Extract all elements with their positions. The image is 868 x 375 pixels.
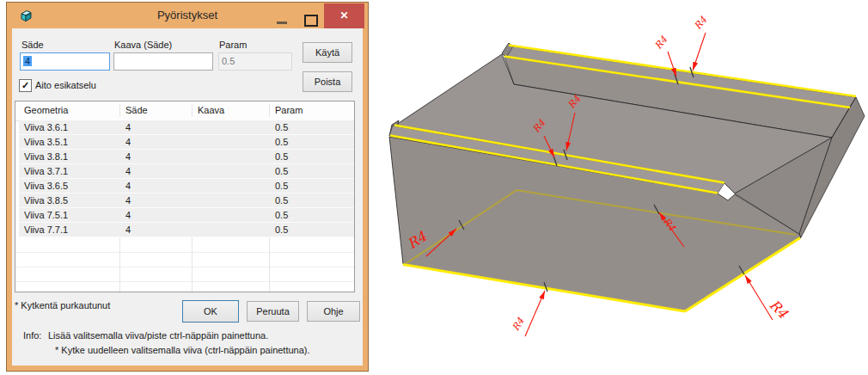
fillet-tool-icon [19, 9, 34, 23]
maximize-button[interactable] [304, 15, 318, 27]
radius-label[interactable]: R4 [692, 14, 709, 32]
preview-checkbox-label: Aito esikatselu [35, 80, 96, 90]
table-row[interactable]: Viiva 3.8.540.5 [19, 194, 354, 208]
table-row[interactable]: Viiva 3.5.140.5 [19, 135, 354, 150]
fillets-dialog: Pyöristykset ✕ Säde Kaava (Säde) Param 4… [7, 3, 368, 371]
radius-leader-line [693, 33, 706, 71]
table-row[interactable]: Viiva 3.7.140.5 [19, 164, 354, 179]
sade-input[interactable]: 4 [20, 52, 110, 71]
table-row[interactable]: Viiva 3.6.140.5 [19, 120, 354, 135]
table-row[interactable]: Viiva 7.7.140.5 [19, 223, 354, 237]
titlebar[interactable]: Pyöristykset ✕ [7, 3, 368, 28]
col-geometria[interactable]: Geometria [24, 105, 68, 115]
radius-label[interactable]: R4 [766, 297, 792, 323]
info-line1: Lisää valitsemalla viiva/piste ctrl-näpp… [48, 330, 268, 341]
sade-value: 4 [23, 56, 32, 66]
table-row[interactable]: Viiva 3.8.140.5 [19, 150, 354, 164]
sade-label: Säde [21, 40, 44, 50]
help-button[interactable]: Ohje [307, 301, 360, 322]
col-sade[interactable]: Säde [125, 105, 148, 115]
preview-checkbox[interactable]: ✓ [19, 79, 32, 92]
remove-button[interactable]: Poista [303, 71, 352, 92]
close-button[interactable]: ✕ [324, 3, 364, 28]
col-kaava[interactable]: Kaava [198, 105, 224, 115]
radius-leader-line [745, 275, 773, 320]
info-label: Info: [23, 330, 41, 341]
cad-3d-viewport[interactable]: R4R4R4R4R4R4R4R4 [378, 0, 868, 375]
ok-button[interactable]: OK [182, 300, 239, 323]
radius-label[interactable]: R4 [510, 315, 527, 333]
info-line2: * Kytke uudelleen valitsemalla viiva (ct… [55, 345, 310, 355]
fillet-list-table[interactable]: Geometria Säde Kaava Param Viiva 3.6.140… [15, 101, 355, 292]
kaava-label: Kaava (Säde) [114, 40, 172, 50]
radius-leader-line [525, 291, 545, 336]
col-param[interactable]: Param [275, 105, 303, 115]
param-label: Param [219, 40, 247, 50]
param-input: 0.5 [218, 52, 292, 71]
table-header[interactable]: Geometria Säde Kaava Param [15, 101, 354, 121]
apply-button[interactable]: Käytä [303, 42, 352, 63]
table-row[interactable]: Viiva 3.6.540.5 [19, 179, 354, 194]
minimize-button[interactable] [277, 22, 287, 24]
table-row[interactable]: Viiva 7.5.140.5 [19, 208, 354, 223]
cancel-button[interactable]: Peruuta [247, 301, 299, 322]
radius-label[interactable]: R4 [652, 34, 669, 52]
disconnected-note: * Kytkentä purkautunut [15, 300, 110, 310]
kaava-input[interactable] [113, 52, 213, 71]
